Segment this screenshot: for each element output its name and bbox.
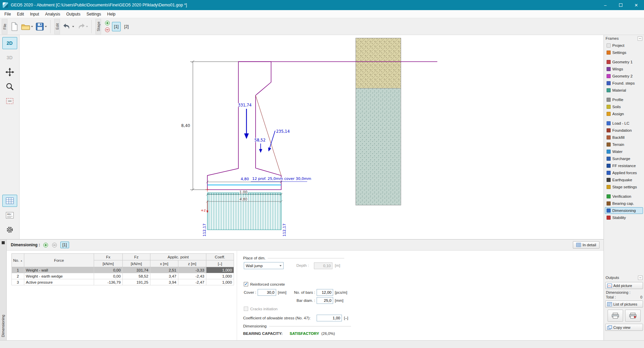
col-fz[interactable]: Fz bbox=[122, 254, 150, 260]
maximize-button[interactable] bbox=[613, 0, 628, 10]
frames-item-soils[interactable]: Soils bbox=[605, 103, 643, 110]
add-picture-button[interactable]: Add picture bbox=[605, 282, 643, 289]
reinforced-concrete-checkbox[interactable] bbox=[244, 282, 248, 286]
remove-analysis-button[interactable] bbox=[52, 242, 58, 248]
dimensioning-form: Place of dim. Wall jump Depth : [m] Rein… bbox=[237, 251, 399, 341]
save-file-button[interactable] bbox=[34, 20, 48, 34]
frames-minimize-button[interactable]: – bbox=[638, 36, 642, 41]
frames-item-applied-forces[interactable]: Applied forces bbox=[605, 169, 643, 176]
menu-help[interactable]: Help bbox=[104, 11, 119, 18]
frames-item-material[interactable]: Material bbox=[605, 87, 643, 94]
frames-item-stability[interactable]: Stability bbox=[605, 214, 643, 221]
menu-analysis[interactable]: Analysis bbox=[42, 11, 63, 18]
redo-button bbox=[76, 20, 89, 34]
frames-item-geometry-1[interactable]: Geometry 1 bbox=[605, 59, 643, 65]
col-force[interactable]: Force bbox=[24, 254, 94, 267]
coeff-allowable-stress-input[interactable] bbox=[317, 315, 342, 321]
menu-input[interactable]: Input bbox=[27, 11, 42, 18]
bar-diam-input[interactable] bbox=[317, 297, 333, 304]
copy-view-button[interactable]: Copy view bbox=[605, 324, 643, 331]
frames-item-ff-resistance[interactable]: FF resistance bbox=[605, 162, 643, 169]
no-of-bars-input[interactable] bbox=[317, 289, 333, 296]
analysis-tab-1[interactable]: [1] bbox=[60, 242, 69, 248]
frames-item-verification[interactable]: Verification bbox=[605, 193, 643, 200]
frames-item-assign[interactable]: Assign bbox=[605, 110, 643, 117]
outputs-dimensioning-label: Dimensioning : bbox=[606, 290, 631, 294]
force-row[interactable]: 2 Weight - earth wedge 0,00 58,52 3,47 -… bbox=[12, 273, 234, 279]
drawing-canvas[interactable]: 8,40 331,74 58,52 235,14 4,80 12 prof. 2… bbox=[20, 35, 604, 239]
undo-dropdown-icon[interactable] bbox=[72, 26, 74, 27]
view-3d-label: 3D bbox=[7, 55, 13, 60]
stage-add-button[interactable] bbox=[105, 21, 110, 26]
col-no[interactable]: No.▲ bbox=[12, 254, 24, 267]
in-detail-button[interactable]: In detail bbox=[573, 241, 599, 249]
frames-item-surcharge[interactable]: Surcharge bbox=[605, 155, 643, 162]
frames-item-dimensioning[interactable]: Dimensioning bbox=[605, 207, 643, 214]
frames-item-settings[interactable]: Settings bbox=[605, 49, 643, 56]
save-dropdown-icon[interactable] bbox=[45, 26, 47, 27]
force-arrows: 331,74 58,52 235,14 bbox=[238, 103, 290, 152]
frames-item-foundation[interactable]: Foundation bbox=[605, 127, 643, 134]
stress-right-label: 112,17 bbox=[282, 224, 287, 237]
frames-item-terrain[interactable]: Terrain bbox=[605, 141, 643, 148]
menu-outputs[interactable]: Outputs bbox=[63, 11, 83, 18]
frames-item-label: Applied forces bbox=[612, 171, 637, 175]
open-file-button[interactable] bbox=[20, 20, 34, 34]
frames-item-backfill[interactable]: Backfill bbox=[605, 134, 643, 141]
force-row[interactable]: 3 Active pressure -136,79 191,25 3,94 -2… bbox=[12, 279, 234, 285]
tables-view-button[interactable] bbox=[2, 195, 17, 207]
frames-item-stage-settings[interactable]: Stage settings bbox=[605, 184, 643, 190]
assign-icon bbox=[607, 112, 611, 116]
pan-tool-button[interactable] bbox=[2, 66, 17, 78]
file-group-button[interactable]: File bbox=[2, 19, 7, 34]
edit-group-label-strip: Edit bbox=[54, 19, 60, 34]
bottom-panel-tab[interactable]: Dimensioning bbox=[1, 315, 5, 337]
outputs-minimize-button[interactable]: – bbox=[638, 276, 643, 280]
stage-tab-2[interactable]: [2] bbox=[122, 22, 131, 31]
selected-cell: 1,000 bbox=[206, 267, 234, 273]
add-analysis-button[interactable] bbox=[43, 242, 49, 248]
place-of-dim-select[interactable]: Wall jump bbox=[244, 262, 284, 269]
print-document-button[interactable] bbox=[608, 310, 623, 322]
menu-settings[interactable]: Settings bbox=[83, 11, 104, 18]
force-wedge-label: 58,52 bbox=[255, 138, 266, 143]
close-button[interactable]: ✕ bbox=[628, 0, 644, 10]
magnifier-icon bbox=[5, 82, 14, 91]
gear-icon bbox=[6, 226, 14, 234]
stage-remove-button[interactable] bbox=[105, 27, 110, 32]
cracks-initiation-checkbox bbox=[244, 307, 248, 311]
frames-item-label: Surcharge bbox=[612, 157, 630, 161]
cover-input[interactable] bbox=[258, 289, 276, 296]
new-file-button[interactable] bbox=[9, 20, 20, 34]
print-picture-button[interactable] bbox=[625, 310, 641, 322]
col-fz-unit: [kN/m] bbox=[122, 260, 150, 267]
drawing-settings-button[interactable] bbox=[2, 224, 17, 236]
load-lc-icon bbox=[607, 121, 611, 125]
frames-item-wings[interactable]: Wings bbox=[605, 66, 643, 72]
force-row[interactable]: 1 Weight - wall 0,00 331,74 2,51 -3,33 1… bbox=[12, 267, 234, 273]
col-coeff[interactable]: Coeff. bbox=[206, 254, 234, 260]
list-of-pictures-button[interactable]: List of pictures bbox=[605, 300, 643, 308]
zoom-tool-button[interactable] bbox=[2, 81, 17, 93]
frames-item-profile[interactable]: Profile bbox=[605, 96, 643, 103]
legend-view-button[interactable]: Abc bbox=[2, 209, 17, 221]
frames-item-earthquake[interactable]: Earthquake bbox=[605, 177, 643, 183]
frames-item-bearing-cap[interactable]: Bearing cap. bbox=[605, 200, 643, 207]
menu-edit[interactable]: Edit bbox=[14, 11, 27, 18]
view-2d-button[interactable]: 2D bbox=[2, 37, 17, 49]
frames-item-water[interactable]: Water bbox=[605, 148, 643, 155]
col-fx[interactable]: Fx bbox=[94, 254, 122, 260]
frames-item-found-steps[interactable]: Found. steps bbox=[605, 80, 643, 87]
open-dropdown-icon[interactable] bbox=[31, 26, 33, 27]
file-group-label: File bbox=[3, 24, 7, 30]
minimize-button[interactable]: – bbox=[597, 0, 613, 10]
zoom-extents-button[interactable] bbox=[2, 95, 17, 107]
panel-grip[interactable] bbox=[2, 241, 5, 244]
stage-tab-1[interactable]: [1] bbox=[112, 22, 121, 31]
col-applic-point[interactable]: Applic. point bbox=[150, 254, 206, 260]
frames-item-load-lc[interactable]: Load - LC bbox=[605, 120, 643, 127]
frames-item-project[interactable]: Project bbox=[605, 42, 643, 49]
menu-file[interactable]: File bbox=[1, 11, 14, 18]
frames-item-geometry-2[interactable]: Geometry 2 bbox=[605, 73, 643, 80]
undo-button[interactable] bbox=[62, 20, 76, 34]
